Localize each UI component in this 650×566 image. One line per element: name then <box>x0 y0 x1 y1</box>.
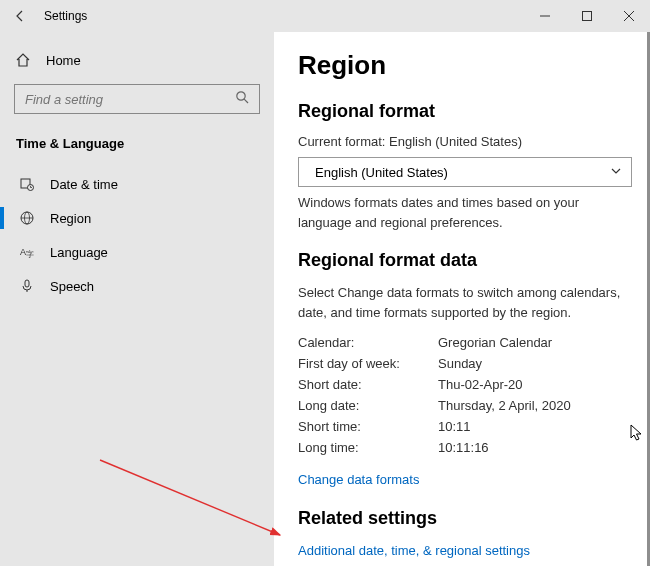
dropdown-value: English (United States) <box>309 165 448 180</box>
related-settings-heading: Related settings <box>298 508 632 529</box>
sidebar: Home Time & Language Date & time Region … <box>0 32 274 566</box>
format-key: Short date: <box>298 377 438 392</box>
sidebar-item-speech[interactable]: Speech <box>14 269 260 303</box>
section-header: Time & Language <box>14 136 260 151</box>
maximize-button[interactable] <box>566 0 608 32</box>
format-key: Long time: <box>298 440 438 455</box>
format-data-heading: Regional format data <box>298 250 632 271</box>
sidebar-item-label: Region <box>50 211 91 226</box>
format-row: Long date:Thursday, 2 April, 2020 <box>298 395 632 416</box>
home-icon <box>14 52 32 68</box>
chevron-down-icon <box>611 166 621 178</box>
format-dropdown[interactable]: English (United States) <box>298 157 632 187</box>
format-value: Thu-02-Apr-20 <box>438 377 632 392</box>
format-value: Gregorian Calendar <box>438 335 632 350</box>
format-key: Calendar: <box>298 335 438 350</box>
svg-point-4 <box>237 92 245 100</box>
sidebar-item-label: Language <box>50 245 108 260</box>
format-data-description: Select Change data formats to switch amo… <box>298 283 632 322</box>
format-row: Long time:10:11:16 <box>298 437 632 458</box>
sidebar-item-language[interactable]: A字 Language <box>14 235 260 269</box>
content-container: Home Time & Language Date & time Region … <box>0 32 650 566</box>
minimize-button[interactable] <box>524 0 566 32</box>
microphone-icon <box>18 278 36 294</box>
sidebar-item-label: Date & time <box>50 177 118 192</box>
format-row: Short time:10:11 <box>298 416 632 437</box>
format-key: First day of week: <box>298 356 438 371</box>
svg-rect-1 <box>583 12 592 21</box>
format-row: Short date:Thu-02-Apr-20 <box>298 374 632 395</box>
format-value: 10:11 <box>438 419 632 434</box>
regional-format-heading: Regional format <box>298 101 632 122</box>
main-content: Region Regional format Current format: E… <box>274 32 650 566</box>
format-data-grid: Calendar:Gregorian Calendar First day of… <box>298 332 632 458</box>
window-controls <box>524 0 650 32</box>
additional-settings-link[interactable]: Additional date, time, & regional settin… <box>298 543 530 558</box>
sidebar-item-region[interactable]: Region <box>14 201 260 235</box>
format-key: Short time: <box>298 419 438 434</box>
globe-icon <box>18 210 36 226</box>
format-value: Sunday <box>438 356 632 371</box>
home-nav[interactable]: Home <box>14 50 260 70</box>
format-value: 10:11:16 <box>438 440 632 455</box>
home-label: Home <box>46 53 81 68</box>
format-key: Long date: <box>298 398 438 413</box>
format-row: Calendar:Gregorian Calendar <box>298 332 632 353</box>
current-format-label: Current format: English (United States) <box>298 134 632 149</box>
titlebar-left: Settings <box>0 2 87 30</box>
calendar-clock-icon <box>18 176 36 192</box>
format-row: First day of week:Sunday <box>298 353 632 374</box>
svg-rect-15 <box>25 280 29 287</box>
format-description: Windows formats dates and times based on… <box>298 193 632 232</box>
page-title: Region <box>298 50 632 81</box>
svg-line-5 <box>244 99 248 103</box>
sidebar-item-date-time[interactable]: Date & time <box>14 167 260 201</box>
titlebar: Settings <box>0 0 650 32</box>
back-button[interactable] <box>6 2 34 30</box>
search-icon <box>235 90 249 108</box>
window-title: Settings <box>44 9 87 23</box>
change-data-formats-link[interactable]: Change data formats <box>298 472 419 487</box>
search-box[interactable] <box>14 84 260 114</box>
close-button[interactable] <box>608 0 650 32</box>
format-value: Thursday, 2 April, 2020 <box>438 398 632 413</box>
search-input[interactable] <box>25 92 235 107</box>
cursor-icon <box>630 424 644 442</box>
sidebar-item-label: Speech <box>50 279 94 294</box>
language-icon: A字 <box>18 244 36 260</box>
svg-text:字: 字 <box>26 250 34 259</box>
